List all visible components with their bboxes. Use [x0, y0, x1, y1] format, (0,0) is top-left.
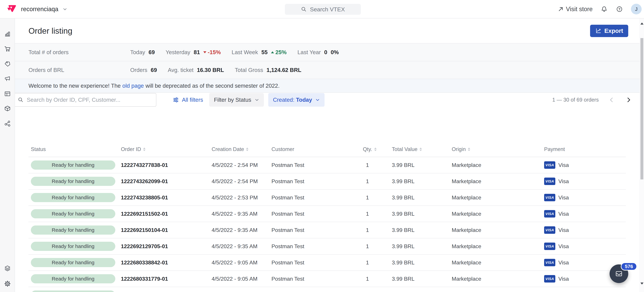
origin-cell: Marketplace [449, 276, 542, 282]
metric-avg-ticket: Avg. ticket 16.30 BRL [168, 67, 224, 73]
gear-icon[interactable] [4, 280, 11, 288]
order-id-cell: 1222680331779-01 [118, 276, 209, 282]
col-creation-date[interactable]: Creation Date [209, 146, 269, 152]
pagination-count: 1 — 30 of 69 orders [552, 97, 599, 103]
visit-store-button[interactable]: Visit store [558, 5, 592, 13]
status-badge: Ready for handling [31, 209, 115, 218]
payment-cell: VISA Visa [542, 177, 626, 185]
trend-down-icon [203, 51, 206, 53]
total-value-cell: 3.99 BRL [390, 211, 449, 217]
cube-icon[interactable] [4, 105, 11, 112]
order-id-cell: 1222692150104-01 [118, 227, 209, 233]
origin-cell: Marketplace [449, 227, 542, 233]
account-name: recorrenciaqa [21, 5, 58, 13]
col-origin[interactable]: Origin [449, 146, 542, 152]
trend-up-icon [271, 51, 274, 53]
chevron-down-icon [63, 7, 67, 11]
order-id-cell: 1222743238805-01 [118, 194, 209, 201]
scroll-up-arrow-icon[interactable] [640, 22, 644, 24]
visit-store-label: Visit store [566, 5, 592, 13]
layers-icon[interactable] [4, 265, 11, 272]
status-badge: Ready for handling [31, 193, 115, 202]
col-qty[interactable]: Qty. [360, 146, 390, 152]
scrollbar-thumb[interactable] [640, 38, 643, 179]
table-row[interactable]: Ready for handling 1222680331779-01 4/5/… [28, 271, 626, 287]
customer-cell: Postman Test [269, 162, 360, 168]
qty-cell: 1 [360, 260, 390, 266]
payment-method-label: Visa [558, 276, 569, 282]
total-value-cell: 3.99 BRL [390, 276, 449, 282]
qty-cell: 1 [360, 194, 390, 201]
shopping-cart-icon[interactable] [4, 45, 11, 53]
col-order-id[interactable]: Order ID [118, 146, 209, 152]
global-search[interactable]: Search VTEX [285, 4, 361, 15]
chevron-right-icon [625, 97, 632, 103]
created-filter-chip[interactable]: Created: Today [268, 93, 324, 107]
col-total-value[interactable]: Total Value [390, 146, 449, 152]
metric-today: Today 69 [130, 49, 155, 55]
status-filter-chip[interactable]: Filter by Status [209, 93, 264, 107]
qty-cell: 1 [360, 243, 390, 250]
inbox-fab-button[interactable]: 576 [610, 264, 628, 283]
account-switcher[interactable]: recorrenciaqa [0, 4, 67, 14]
visa-chip: VISA [544, 177, 555, 185]
table-row[interactable]: Ready for handling 1222743262099-01 4/5/… [28, 173, 626, 190]
created-value: Today [296, 97, 312, 103]
table-row[interactable]: Ready for handling 1222743277838-01 4/5/… [28, 157, 626, 173]
customer-cell: Postman Test [269, 260, 360, 266]
table-row[interactable]: Ready for handling VISA [28, 287, 626, 292]
table-row[interactable]: Ready for handling 1222680338842-01 4/5/… [28, 255, 626, 271]
storefront-layout-icon[interactable] [4, 90, 11, 98]
megaphone-icon[interactable] [4, 75, 11, 82]
banner-text: Welcome to the new experience! The [28, 83, 121, 89]
help-button[interactable]: ? [616, 5, 623, 13]
order-id-cell: 1222692129705-01 [118, 243, 209, 250]
notifications-button[interactable] [600, 5, 608, 13]
old-page-link[interactable]: old page [122, 83, 144, 89]
origin-cell: Marketplace [449, 260, 542, 266]
table-row[interactable]: Ready for handling 1222692151502-01 4/5/… [28, 206, 626, 222]
sort-icon [246, 147, 248, 151]
customer-cell: Postman Test [269, 178, 360, 184]
total-value-cell: 3.99 BRL [390, 194, 449, 201]
payment-cell: VISA Visa [542, 259, 626, 266]
pagination: 1 — 30 of 69 orders [552, 96, 633, 104]
creation-date-cell: 4/5/2022 - 9:35 AM [209, 211, 269, 217]
qty-cell: 1 [360, 227, 390, 233]
creation-date-cell: 4/5/2022 - 9:35 AM [209, 243, 269, 250]
export-button[interactable]: Export [590, 25, 628, 37]
payment-cell: VISA Visa [542, 243, 626, 250]
orders-brl-stats: Orders of BRL Orders 69 Avg. ticket 16.3… [15, 61, 640, 79]
next-page-button[interactable] [624, 96, 633, 104]
status-filter-label: Filter by Status [214, 97, 251, 103]
external-link-icon [558, 6, 564, 12]
qty-cell: 1 [360, 211, 390, 217]
sort-icon [420, 147, 422, 151]
scroll-down-arrow-icon[interactable] [640, 283, 644, 285]
payment-method-label: Visa [558, 243, 569, 250]
sort-icon [468, 147, 470, 151]
prev-page-button[interactable] [608, 96, 616, 104]
share-network-icon[interactable] [4, 120, 11, 128]
user-avatar[interactable]: J [631, 4, 642, 14]
visa-chip: VISA [544, 226, 555, 234]
sort-icon [143, 147, 146, 151]
order-id-cell: 1222743277838-01 [118, 162, 209, 168]
table-header: Status Order ID Creation Date Customer Q… [28, 142, 626, 157]
payment-method-label: Visa [558, 260, 569, 266]
table-row[interactable]: Ready for handling 1222692129705-01 4/5/… [28, 238, 626, 255]
bar-chart-icon[interactable] [4, 30, 11, 38]
deprecation-banner: Welcome to the new experience! The old p… [15, 79, 640, 93]
inbox-icon [615, 270, 623, 278]
order-search-input[interactable] [14, 93, 156, 107]
export-label: Export [604, 27, 623, 34]
table-row[interactable]: Ready for handling 1222692150104-01 4/5/… [28, 222, 626, 238]
all-filters-button[interactable]: All filters [172, 97, 203, 103]
table-row[interactable]: Ready for handling 1222743238805-01 4/5/… [28, 190, 626, 206]
tag-icon[interactable] [4, 60, 11, 68]
qty-cell: 1 [360, 276, 390, 282]
payment-method-label: Visa [558, 178, 569, 184]
vertical-scrollbar[interactable] [640, 18, 644, 292]
qty-cell: 1 [360, 162, 390, 168]
status-badge: Ready for handling [31, 291, 115, 292]
